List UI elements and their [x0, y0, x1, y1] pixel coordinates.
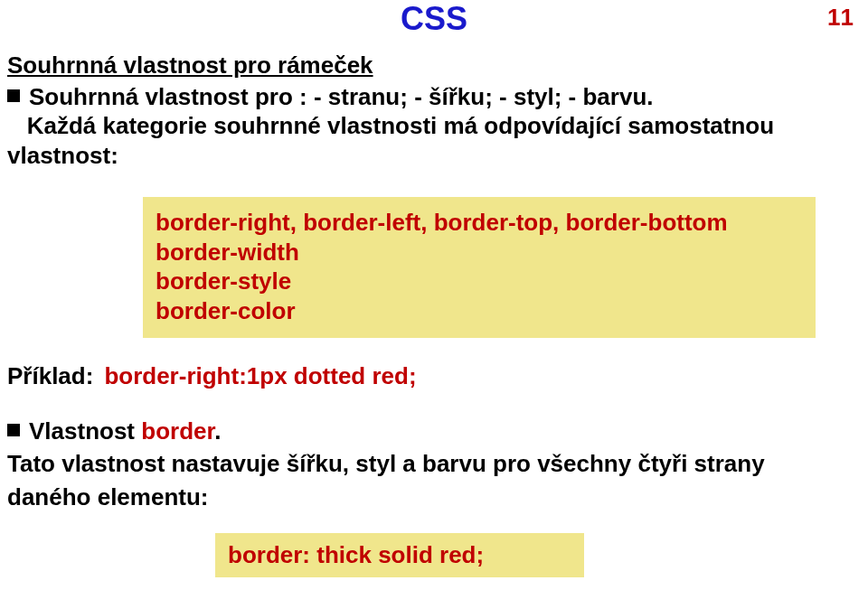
slide: CSS 11 Souhrnná vlastnost pro rámeček So…	[0, 0, 868, 590]
bullet-1-cont2: vlastnost:	[7, 141, 861, 171]
code-line: border-width	[156, 238, 803, 267]
bullet-2-keyword: border	[141, 417, 214, 445]
example-label: Příklad:	[7, 362, 93, 389]
example-code: border-right:1px dotted red;	[104, 362, 416, 389]
bullet-2-suffix: .	[214, 417, 221, 445]
code-line: border-color	[156, 296, 803, 326]
bullet-2-prefix: Vlastnost	[29, 417, 141, 445]
code-line: border: thick solid red;	[228, 540, 571, 570]
bullet-2: Vlastnost border.	[7, 417, 861, 446]
bullet-square-icon	[7, 89, 20, 102]
section-heading: Souhrnná vlastnost pro rámeček	[7, 51, 861, 80]
page-number: 11	[827, 4, 854, 32]
bullet-2-desc2: daného elementu:	[7, 482, 861, 512]
code-box-1: border-right, border-left, border-top, b…	[143, 197, 816, 338]
slide-title: CSS	[0, 0, 868, 38]
example-line: Příklad:border-right:1px dotted red;	[7, 361, 861, 391]
bullet-1-cont1: Každá kategorie souhrnné vlastnosti má o…	[7, 111, 861, 141]
bullet-1: Souhrnná vlastnost pro : - stranu; - šíř…	[7, 82, 861, 112]
bullet-2-desc1: Tato vlastnost nastavuje šířku, styl a b…	[7, 449, 861, 479]
bullet-square-icon	[7, 424, 20, 436]
code-box-2: border: thick solid red;	[215, 533, 584, 577]
code-line: border-right, border-left, border-top, b…	[156, 208, 803, 238]
bullet-1-text: Souhrnná vlastnost pro : - stranu; - šíř…	[29, 83, 654, 110]
slide-content: Souhrnná vlastnost pro rámeček Souhrnná …	[7, 51, 861, 577]
code-line: border-style	[156, 267, 803, 296]
